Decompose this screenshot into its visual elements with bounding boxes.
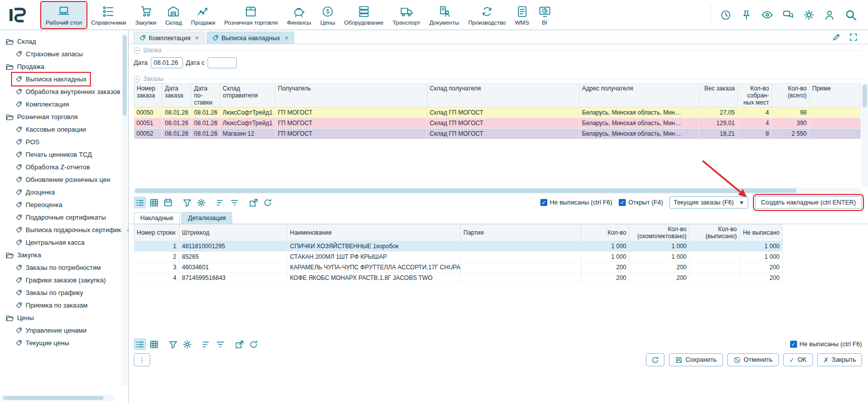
sidebar-item[interactable]: Заказы по графику <box>12 286 86 299</box>
column-header[interactable]: Штрихкод <box>179 225 287 241</box>
tab-nakladnye[interactable]: Накладные <box>134 212 180 224</box>
column-header[interactable]: Кол-во собран-ных мест <box>738 84 772 108</box>
table-row[interactable]: 2 85265 СТАКАН 200МЛ 1ШТ РФ КРЫШАР 1 000… <box>134 252 783 262</box>
column-header[interactable]: Кол-во <box>582 225 629 241</box>
sidebar-item[interactable]: Переоценка <box>12 198 66 211</box>
tab-komplektacia[interactable]: Комплектация × <box>134 32 205 44</box>
nav-item-sales[interactable]: Продажи <box>186 2 220 28</box>
filter-lines-icon[interactable] <box>214 338 227 350</box>
column-header[interactable]: Наименование <box>287 225 461 241</box>
table-row[interactable]: 00051 08.01.26 08.01.26 ЛюксСофтТрейд1 Г… <box>134 118 861 129</box>
nav-item-finance[interactable]: Финансы <box>282 2 316 28</box>
refresh-icon[interactable] <box>247 338 260 350</box>
close-icon[interactable]: × <box>195 34 199 42</box>
sidebar-item[interactable]: Центральная касса <box>12 236 88 249</box>
sidebar-item[interactable]: Склад <box>2 35 40 48</box>
sidebar-item[interactable]: Обработка Z-отчетов <box>12 161 93 173</box>
cancel-button[interactable]: Отменить <box>727 353 779 366</box>
gear-icon[interactable] <box>181 338 194 350</box>
date-from-input[interactable] <box>208 57 237 68</box>
more-button[interactable]: ⋮ <box>134 353 150 366</box>
sidebar-horizontal-scrollbar[interactable] <box>2 395 115 401</box>
calendar-icon[interactable] <box>162 196 174 209</box>
column-header[interactable]: Приме <box>810 84 861 108</box>
sidebar-item[interactable]: Текущие цены <box>12 337 73 349</box>
nav-item-transport[interactable]: Транспорт <box>388 2 425 28</box>
sidebar-item[interactable]: POS <box>12 136 43 148</box>
column-header[interactable]: Склад получателя <box>427 84 580 108</box>
nav-item-references[interactable]: Справочники <box>86 2 131 28</box>
sidebar-item[interactable]: Заказы по потребностям <box>12 261 104 274</box>
tab-detalizacia[interactable]: Детализация <box>181 212 232 224</box>
sidebar-item[interactable]: Обработка внутренних заказов <box>12 85 124 98</box>
nav-item-prices[interactable]: $ Цены <box>316 2 340 28</box>
table-view-icon[interactable] <box>148 338 160 350</box>
column-header[interactable]: Получатель <box>275 84 427 108</box>
orders-horizontal-scrollbar[interactable] <box>134 187 861 194</box>
nav-item-warehouse[interactable]: Склад <box>161 2 186 28</box>
sidebar-item[interactable]: Управление ценами <box>12 324 90 337</box>
sidebar-item[interactable]: Продажа <box>2 60 48 73</box>
sidebar-item[interactable]: Обновление розничных цен <box>12 173 114 186</box>
sidebar-item[interactable]: Комплектация <box>12 98 72 111</box>
column-header[interactable]: Кол-во (скомплектовано) <box>629 225 690 241</box>
sidebar-item[interactable]: Выписка подарочных сертификато <box>12 224 129 236</box>
sidebar-item[interactable]: Подарочные сертификаты <box>12 211 109 224</box>
sidebar-item[interactable]: Цены <box>2 312 37 324</box>
orders-filter-select[interactable]: Текущие заказы (F6) ▼ <box>669 196 748 209</box>
view-list-icon[interactable] <box>134 338 146 350</box>
table-row[interactable]: 00050 08.01.26 08.01.26 ЛюксСофтТрейд1 Г… <box>134 108 861 118</box>
ok-button[interactable]: ✓ OK <box>783 353 813 366</box>
sidebar-item[interactable]: Выписка накладных <box>12 73 90 85</box>
scrollbar-thumb[interactable] <box>862 84 867 108</box>
save-button[interactable]: Сохранить <box>669 353 723 366</box>
column-header[interactable]: Партия <box>461 225 582 241</box>
nav-item-retail[interactable]: Розничная торговля <box>220 2 282 28</box>
pin-icon[interactable] <box>741 10 752 21</box>
sort-lines-icon[interactable] <box>200 338 213 350</box>
tab-vypiska-nakladnyh[interactable]: Выписка накладных × <box>207 32 294 44</box>
nav-item-desktop[interactable]: Рабочий стол <box>41 2 86 28</box>
column-header[interactable]: Дата заказа <box>162 84 191 108</box>
sidebar-item[interactable]: Розничная торговля <box>2 111 81 123</box>
nav-item-purchases[interactable]: Закупки <box>131 2 161 28</box>
gear-icon[interactable] <box>803 9 815 21</box>
scrollbar-thumb[interactable] <box>3 396 104 400</box>
refresh-icon[interactable] <box>261 196 274 209</box>
open-window-icon[interactable] <box>247 196 260 209</box>
table-row[interactable]: 4 8714599516843 КОФЕ ЯКОБС МОНАРХ РАСТВ.… <box>134 273 783 283</box>
sidebar-vertical-scrollbar[interactable] <box>122 34 128 386</box>
filter-lines-icon[interactable] <box>228 196 241 209</box>
filter-icon[interactable] <box>167 338 179 350</box>
view-list-icon[interactable] <box>134 196 146 209</box>
scrollbar-thumb[interactable] <box>135 188 797 193</box>
gear-icon[interactable] <box>195 196 208 209</box>
filter-icon[interactable] <box>181 196 194 209</box>
column-header[interactable]: Кол-во (всего) <box>772 84 810 108</box>
column-header[interactable]: Вес заказа <box>699 84 738 108</box>
sidebar-item[interactable]: Закупка <box>2 249 45 261</box>
nav-item-wms[interactable]: WMS <box>510 2 533 28</box>
user-icon[interactable] <box>824 10 835 21</box>
close-icon[interactable]: × <box>284 34 288 42</box>
clock-icon[interactable] <box>720 10 731 21</box>
checkbox-open[interactable]: ✓ Открыт (F4) <box>619 199 663 206</box>
sidebar-item[interactable]: Дооценка <box>12 186 58 198</box>
column-header[interactable]: Не выписано <box>740 225 783 241</box>
sidebar-item[interactable]: Приемка по заказам <box>12 299 91 312</box>
table-row[interactable]: 1 4811810001295 СПИЧКИ ХОЗЯЙСТВЕННЫЕ 1ко… <box>134 241 783 252</box>
column-header[interactable]: Номер строки <box>134 225 179 241</box>
scrollbar-thumb[interactable] <box>123 35 127 116</box>
checkbox-not-issued[interactable]: ✓ Не выписаны (ctrl F6) <box>540 199 612 206</box>
column-header[interactable]: Склад отправителя <box>220 84 275 108</box>
date-input[interactable] <box>151 57 183 68</box>
checkbox-not-issued-bottom[interactable]: ✓ Не выписаны (ctrl F6) <box>790 341 862 348</box>
search-icon[interactable] <box>845 9 857 21</box>
column-header[interactable]: Дата по-ставки <box>191 84 220 108</box>
sidebar-item[interactable]: Графики заказов (закупка) <box>12 274 110 286</box>
table-row[interactable]: 00052 08.01.26 08.01.26 Магазин 12 ГП МО… <box>134 129 861 139</box>
table-row[interactable]: 3 46034601 КАРАМЕЛЬ ЧУПА-ЧУПС ФРУТТЕЛЛА … <box>134 262 783 273</box>
nav-item-bi[interactable]: BI <box>534 2 556 28</box>
column-header[interactable]: Кол-во (выписано) <box>690 225 740 241</box>
collapse-icon[interactable] <box>134 47 140 54</box>
